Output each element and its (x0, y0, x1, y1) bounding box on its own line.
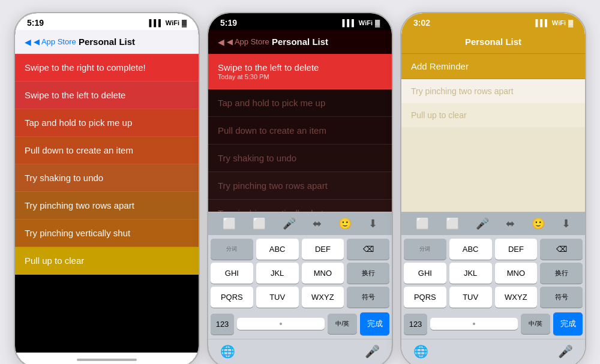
kb-key-return[interactable]: 换行 (347, 263, 389, 284)
kb-key-123[interactable]: 123 (211, 314, 234, 335)
back-button-2[interactable]: ◀ ◀ App Store (218, 37, 269, 47)
kb3-tool-emoji-icon[interactable]: ⬜ (416, 217, 429, 230)
kb-key-tuv[interactable]: TUV (256, 287, 299, 308)
kb-key-mno[interactable]: MNO (302, 263, 344, 284)
keyboard-toolbar-2: ⬜ ⬜ 🎤 ⬌ 🙂 ⬇ (208, 212, 392, 235)
globe-icon-2[interactable]: 🌐 (220, 344, 235, 359)
mic-icon-3[interactable]: 🎤 (558, 344, 573, 359)
kb3-key-return[interactable]: 换行 (540, 263, 583, 284)
kb-row-0: 分词 ABC DEF ⌫ (211, 239, 389, 260)
back-label-1[interactable]: ◀ App Store (34, 37, 76, 46)
kb-key-jkl[interactable]: JKL (256, 263, 299, 284)
kb3-key-123[interactable]: 123 (404, 314, 427, 335)
kb3-key-fenchi[interactable]: 分词 (404, 239, 446, 260)
kb-key-symbols[interactable]: 符号 (347, 287, 389, 308)
kb3-key-tuv[interactable]: TUV (449, 287, 492, 308)
kb-key-done[interactable]: 完成 (360, 312, 389, 335)
status-time-2: 5:19 (220, 18, 237, 28)
kb-tool-down-icon[interactable]: ⬇ (368, 217, 377, 230)
kb3-key-wxyz[interactable]: WXYZ (495, 287, 538, 308)
kb-key-def[interactable]: DEF (302, 239, 344, 260)
kb3-key-symbols[interactable]: 符号 (540, 287, 583, 308)
back-button-1[interactable]: ◀ ◀ App Store (25, 37, 76, 47)
kb-tool-clipboard-icon[interactable]: ⬜ (253, 217, 266, 230)
add-reminder-bar[interactable]: Add Reminder (401, 54, 585, 79)
status-bar-3: 3:02 ▌▌▌ WiFi ▓ (401, 13, 585, 30)
kb-key-fenchi[interactable]: 分词 (211, 239, 253, 260)
kb3-key-done[interactable]: 完成 (553, 312, 583, 335)
status-bar-2: 5:19 ▌▌▌ WiFi ▓ (208, 13, 392, 30)
swipe-delete-item[interactable]: Swipe to the left to delete Today at 5:3… (208, 54, 392, 89)
kb3-key-pqrs[interactable]: PQRS (404, 287, 446, 308)
list-item-2[interactable]: Tap and hold to pick me up (15, 109, 199, 137)
nav-bar-1: ◀ ◀ App Store Personal List (15, 30, 199, 54)
home-bar-1 (77, 359, 137, 361)
kb3-key-lang[interactable]: 中/英 (521, 314, 550, 334)
swipe-item-title: Swipe to the left to delete (218, 62, 382, 73)
kb-key-pqrs[interactable]: PQRS (211, 287, 253, 308)
kb-key-abc[interactable]: ABC (256, 239, 299, 260)
kb-key-wxyz[interactable]: WXYZ (302, 287, 344, 308)
kb3-key-space[interactable] (430, 318, 518, 330)
kb3-key-ghi[interactable]: GHI (404, 263, 446, 284)
kb-globe-row-2: 🌐 🎤 (208, 339, 392, 364)
signal-icon-2: ▌▌▌ (342, 19, 356, 26)
dark-item-2[interactable]: Try shaking to undo (208, 145, 392, 172)
kb-tool-mic-icon[interactable]: 🎤 (283, 217, 296, 230)
dark-item-1[interactable]: Pull down to create an item (208, 117, 392, 145)
status-icons-3: ▌▌▌ WiFi ▓ (535, 19, 573, 26)
kb3-key-jkl[interactable]: JKL (449, 263, 492, 284)
phone-2: 5:19 ▌▌▌ WiFi ▓ ◀ ◀ App Store Personal L… (207, 12, 393, 364)
kb-key-ghi[interactable]: GHI (211, 263, 253, 284)
battery-icon-3: ▓ (568, 19, 573, 26)
list-item-6[interactable]: Try pinching vertically shut (15, 219, 199, 247)
battery-icon-1: ▓ (182, 19, 187, 26)
kb-row-1: GHI JKL MNO 换行 (211, 263, 389, 284)
kb3-key-mno[interactable]: MNO (495, 263, 538, 284)
wifi-icon-3: WiFi (552, 19, 566, 26)
kb3-tool-down-icon[interactable]: ⬇ (562, 217, 571, 230)
list-area-1: Swipe to the right to complete! Swipe to… (15, 54, 199, 353)
nav-title-1: Personal List (79, 37, 135, 47)
kb-key-lang[interactable]: 中/英 (328, 314, 357, 334)
kb-bottom-row-2: 123 中/英 完成 (208, 310, 392, 339)
kb3-key-delete[interactable]: ⌫ (540, 239, 583, 260)
kb-tool-arrow-icon[interactable]: ⬌ (313, 217, 322, 230)
kb-row-2: PQRS TUV WXYZ 符号 (211, 287, 389, 308)
kb3-row-2: PQRS TUV WXYZ 符号 (404, 287, 583, 308)
back-label-2[interactable]: ◀ App Store (227, 37, 269, 46)
kb3-row-0: 分词 ABC DEF ⌫ (404, 239, 583, 260)
list-area-2: Tap and hold to pick me up Pull down to … (208, 89, 392, 212)
status-time-1: 5:19 (27, 18, 44, 28)
kb-key-delete[interactable]: ⌫ (347, 239, 389, 260)
kb-tool-emoji-icon[interactable]: ⬜ (223, 217, 236, 230)
kb3-key-def[interactable]: DEF (495, 239, 538, 260)
list-item-4[interactable]: Try shaking to undo (15, 164, 199, 192)
wifi-icon-2: WiFi (359, 19, 373, 26)
kb3-tool-clipboard-icon[interactable]: ⬜ (446, 217, 459, 230)
kb-key-space[interactable] (237, 318, 325, 330)
kb3-tool-arrow-icon[interactable]: ⬌ (506, 217, 515, 230)
kb3-tool-smile-icon[interactable]: 🙂 (532, 217, 545, 230)
nav-title-2: Personal List (272, 37, 328, 47)
kb3-tool-mic-icon[interactable]: 🎤 (476, 217, 489, 230)
dark-item-0[interactable]: Tap and hold to pick me up (208, 89, 392, 117)
status-icons-1: ▌▌▌ WiFi ▓ (149, 19, 187, 26)
dark-item-4[interactable]: Try pinching vertically shut (208, 200, 392, 212)
dark-item-3[interactable]: Try pinching two rows apart (208, 172, 392, 200)
nav-title-3: Personal List (465, 37, 521, 47)
screenshot-container: 5:19 ▌▌▌ WiFi ▓ ◀ ◀ App Store Personal L… (14, 12, 586, 364)
list-item-5[interactable]: Try pinching two rows apart (15, 192, 199, 219)
kb-tool-smile-icon[interactable]: 🙂 (338, 217, 352, 230)
mic-icon-2[interactable]: 🎤 (365, 344, 380, 359)
wifi-icon-1: WiFi (166, 19, 179, 26)
light-empty-area (401, 127, 585, 212)
globe-icon-3[interactable]: 🌐 (413, 344, 428, 359)
list-item-1[interactable]: Swipe to the left to delete (15, 82, 199, 109)
list-item-0[interactable]: Swipe to the right to complete! (15, 54, 199, 82)
list-item-3[interactable]: Pull down to create an item (15, 137, 199, 164)
back-chevron-1: ◀ (25, 37, 31, 47)
keyboard-rows-2: 分词 ABC DEF ⌫ GHI JKL MNO 换行 PQRS TUV (208, 235, 392, 310)
list-item-7[interactable]: Pull up to clear (15, 247, 199, 275)
kb3-key-abc[interactable]: ABC (449, 239, 492, 260)
